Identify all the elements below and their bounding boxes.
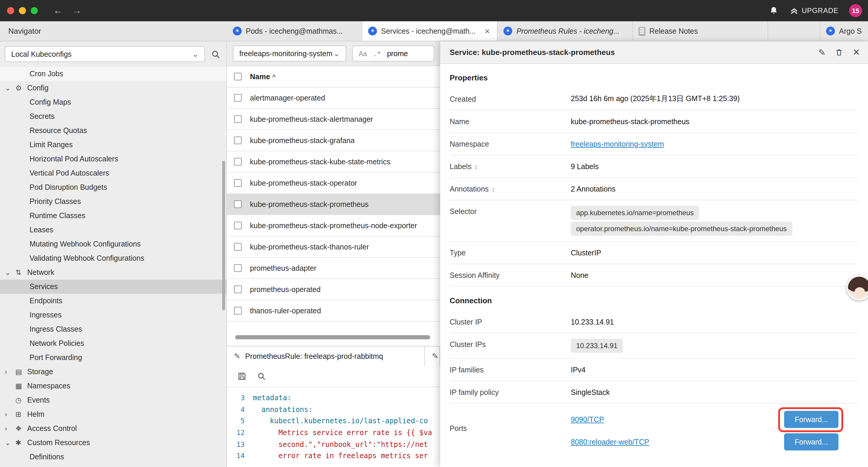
table-row-alertmanager-operated[interactable]: alertmanager-operated — [227, 87, 440, 109]
sidebar-item-helm[interactable]: ›⊞Helm — [0, 407, 226, 421]
kubeconfig-select[interactable]: Local Kubeconfigs ⌄ — [5, 46, 205, 62]
row-checkbox[interactable] — [234, 200, 242, 208]
save-icon[interactable] — [238, 372, 246, 381]
dock-tab-prometheusrule[interactable]: ✎ PrometheusRule: freeleaps-prod-rabbitm… — [227, 346, 425, 366]
services-table: alertmanager-operatedkube-prometheus-sta… — [227, 87, 440, 322]
tab-prometheus-rules-icecheng[interactable]: ✶Prometheus Rules - icecheng... — [498, 21, 633, 41]
table-row-kube-prometheus-stack-grafana[interactable]: kube-prometheus-stack-grafana — [227, 130, 440, 151]
table-row-kube-prometheus-stack-thanos-ruler[interactable]: kube-prometheus-stack-thanos-ruler — [227, 236, 440, 258]
row-checkbox[interactable] — [234, 137, 242, 144]
sidebar-item-ingresses[interactable]: Ingresses — [0, 308, 226, 322]
tab-services-icecheng-math[interactable]: ✶Services - icecheng@math...× — [362, 21, 498, 41]
sidebar-item-leases[interactable]: Leases — [0, 223, 226, 237]
line-number: 13 — [227, 440, 253, 448]
sidebar-item-runtime-classes[interactable]: Runtime Classes — [0, 209, 226, 223]
row-checkbox[interactable] — [234, 222, 242, 229]
table-row-kube-prometheus-stack-kube-state-metrics[interactable]: kube-prometheus-stack-kube-state-metrics — [227, 151, 440, 173]
sidebar-item-port-forwarding[interactable]: Port Forwarding — [0, 351, 226, 365]
sidebar-item-access-control[interactable]: ›❖Access Control — [0, 421, 226, 436]
sidebar-item-storage[interactable]: ›▤Storage — [0, 365, 226, 379]
sidebar-item-limit-ranges[interactable]: Limit Ranges — [0, 138, 226, 152]
table-row-thanos-ruler-operated[interactable]: thanos-ruler-operated — [227, 300, 440, 322]
sidebar-item-label: Ingresses — [30, 311, 61, 319]
table-row-kube-prometheus-stack-operator[interactable]: kube-prometheus-stack-operator — [227, 173, 440, 194]
line-number: 5 — [227, 417, 253, 425]
sidebar-scrollbar[interactable] — [222, 161, 225, 310]
sidebar-item-pod-disruption-budgets[interactable]: Pod Disruption Budgets — [0, 180, 226, 195]
notifications-bell-icon[interactable] — [769, 6, 778, 16]
forward-button[interactable]: → — [72, 5, 82, 16]
sidebar-item-resource-quotas[interactable]: Resource Quotas — [0, 123, 226, 138]
row-checkbox[interactable] — [234, 94, 242, 102]
tab-argo-se[interactable]: ✶Argo Se — [819, 21, 868, 41]
tab-pods-icecheng-mathmas[interactable]: ✶Pods - icecheng@mathmas... — [227, 21, 362, 41]
sidebar-item-cron-jobs[interactable]: Cron Jobs — [0, 67, 226, 81]
row-checkbox[interactable] — [234, 158, 242, 166]
sidebar-item-network[interactable]: ⌄⇅Network — [0, 265, 226, 280]
expand-toggle-icon[interactable]: ↕ — [492, 185, 495, 193]
table-row-kube-prometheus-stack-alertmanager[interactable]: kube-prometheus-stack-alertmanager — [227, 109, 440, 130]
sidebar-item-horizontal-pod-autoscalers[interactable]: Horizontal Pod Autoscalers — [0, 152, 226, 166]
sidebar-item-secrets[interactable]: Secrets — [0, 109, 226, 123]
close-window-button[interactable] — [7, 7, 14, 14]
expand-toggle-icon[interactable]: ↕ — [474, 163, 478, 170]
port-link[interactable]: 9090/TCP — [571, 415, 604, 424]
close-tab-icon[interactable]: × — [483, 26, 491, 36]
tab-bar: Navigator ✶Pods - icecheng@mathmas...✶Se… — [0, 21, 868, 41]
sidebar-item-network-policies[interactable]: Network Policies — [0, 337, 226, 351]
sidebar-item-services[interactable]: Services — [0, 280, 226, 294]
zoom-window-button[interactable] — [31, 7, 38, 14]
sidebar-item-endpoints[interactable]: Endpoints — [0, 294, 226, 308]
sidebar-item-namespaces[interactable]: ▦Namespaces — [0, 379, 226, 393]
namespace-select[interactable]: freeleaps-monitoring-system ⌄ — [233, 46, 346, 61]
sidebar-item-priority-classes[interactable]: Priority Classes — [0, 195, 226, 209]
horizontal-scrollbar[interactable] — [235, 335, 430, 339]
table-row-kube-prometheus-stack-prometheus-node-exporter[interactable]: kube-prometheus-stack-prometheus-node-ex… — [227, 215, 440, 236]
sidebar-item-mutating-webhook-configurations[interactable]: Mutating Webhook Configurations — [0, 237, 226, 251]
row-checkbox[interactable] — [234, 307, 242, 315]
sidebar-item-events[interactable]: ◷Events — [0, 393, 226, 407]
sidebar-item-custom-resources[interactable]: ⌄✱Custom Resources — [0, 436, 226, 450]
sidebar-item-config-maps[interactable]: Config Maps — [0, 95, 226, 109]
regex-toggle[interactable]: .* — [373, 49, 381, 58]
match-case-toggle[interactable]: Aa — [359, 50, 367, 57]
row-checkbox[interactable] — [234, 115, 242, 123]
yaml-editor[interactable]: 3metadata:4annotations:5kubectl.kubernet… — [227, 387, 440, 462]
notification-count-badge[interactable]: 15 — [849, 4, 862, 17]
table-row-prometheus-adapter[interactable]: prometheus-adapter — [227, 258, 440, 279]
upgrade-button[interactable]: UPGRADE — [790, 6, 838, 15]
minimize-window-button[interactable] — [19, 7, 26, 14]
row-checkbox[interactable] — [234, 286, 242, 293]
select-all-checkbox[interactable] — [234, 73, 242, 80]
back-button[interactable]: ← — [53, 5, 63, 16]
dock-tab-partial[interactable]: ✎ — [425, 346, 440, 366]
forward-button[interactable]: Forward... — [784, 411, 838, 428]
sidebar-search-icon[interactable] — [210, 48, 222, 60]
row-checkbox[interactable] — [234, 179, 242, 187]
port-link[interactable]: 8080:reloader-web/TCP — [571, 438, 649, 446]
tab-release-notes[interactable]: Release Notes — [633, 21, 768, 41]
sidebar-item-label: Secrets — [30, 112, 55, 121]
forward-button[interactable]: Forward... — [784, 433, 838, 450]
sidebar-item-ingress-classes[interactable]: Ingress Classes — [0, 322, 226, 337]
tab-label: Argo Se — [839, 27, 862, 35]
code-text: metadata: — [253, 394, 291, 402]
table-row-kube-prometheus-stack-prometheus[interactable]: kube-prometheus-stack-prometheus — [227, 194, 440, 215]
custom-resources-icon: ✱ — [16, 439, 27, 447]
table-row-prometheus-operated[interactable]: prometheus-operated — [227, 279, 440, 300]
row-name: kube-prometheus-stack-alertmanager — [250, 115, 373, 123]
edit-resource-icon[interactable]: ✎ — [818, 47, 826, 58]
delete-resource-icon[interactable] — [835, 48, 843, 57]
sidebar-item-definitions[interactable]: Definitions — [0, 450, 226, 464]
name-column-header[interactable]: Name ^ — [250, 72, 276, 81]
close-drawer-icon[interactable]: × — [853, 46, 860, 59]
editor-search-icon[interactable] — [257, 372, 266, 381]
row-checkbox[interactable] — [234, 243, 242, 251]
drawer-row-selector: Selectorapp.kubernetes.io/name=prometheu… — [450, 200, 859, 242]
sidebar-item-config[interactable]: ⌄⚙Config — [0, 81, 226, 95]
namespace-link[interactable]: freeleaps-monitoring-system — [571, 140, 664, 148]
sidebar-item-validating-webhook-configurations[interactable]: Validating Webhook Configurations — [0, 251, 226, 265]
row-checkbox[interactable] — [234, 264, 242, 272]
sidebar-item-vertical-pod-autoscalers[interactable]: Vertical Pod Autoscalers — [0, 166, 226, 180]
search-input[interactable]: Aa .* prome — [352, 46, 434, 61]
